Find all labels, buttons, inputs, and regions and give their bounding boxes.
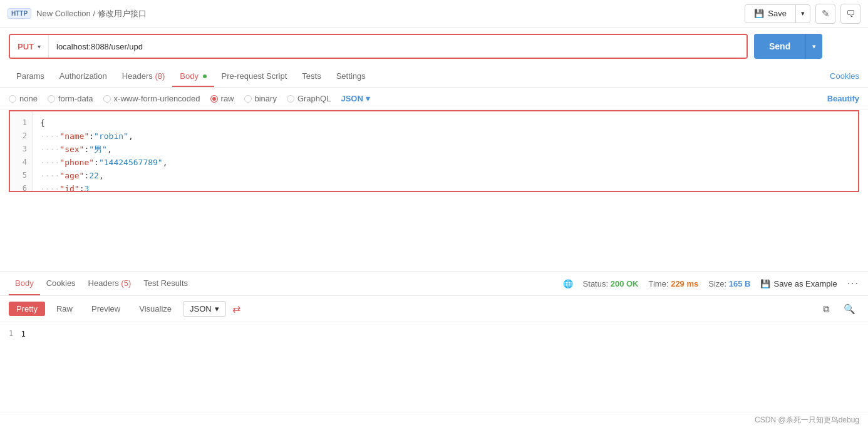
chevron-down-icon: ▾ — [215, 304, 219, 313]
footer: CSDN @杀死一只知更鸟debug — [0, 412, 868, 428]
urlencoded-option[interactable]: x-www-form-urlencoded — [103, 94, 200, 103]
raw-button[interactable]: Raw — [49, 302, 80, 316]
edit-icon-button[interactable]: ✎ — [815, 4, 835, 24]
send-button-group[interactable]: Send ▾ — [754, 34, 822, 59]
request-tabs-bar: Params Authorization Headers (8) Body Pr… — [0, 65, 868, 88]
graphql-option[interactable]: GraphQL — [287, 94, 331, 103]
json-select[interactable]: JSON ▾ — [341, 94, 369, 103]
save-icon: 💾 — [754, 9, 764, 18]
method-label: PUT — [18, 42, 34, 51]
size-value: 165 B — [729, 279, 751, 288]
pretty-button[interactable]: Pretty — [9, 302, 45, 316]
body-dot — [203, 74, 207, 78]
url-input[interactable] — [49, 35, 747, 58]
chevron-down-icon: ▾ — [366, 94, 370, 103]
watermark: CSDN @杀死一只知更鸟debug — [755, 415, 859, 425]
top-bar-left: HTTP New Collection / 修改用户接口 — [8, 8, 147, 19]
more-options-button[interactable]: ··· — [847, 278, 859, 289]
breadcrumb: New Collection / 修改用户接口 — [36, 8, 147, 19]
body-options: none form-data x-www-form-urlencoded raw… — [0, 88, 868, 110]
form-data-option[interactable]: form-data — [48, 94, 93, 103]
tab-settings[interactable]: Settings — [329, 66, 373, 87]
save-label: Save — [768, 9, 787, 18]
response-body-value: 1 — [21, 327, 26, 407]
response-format-bar: Pretty Raw Preview Visualize JSON ▾ ⇄ ⧉ … — [0, 296, 868, 322]
top-bar-right: 💾 Save ▾ ✎ 🗨 — [745, 4, 860, 24]
send-button[interactable]: Send — [754, 34, 805, 59]
form-data-radio[interactable] — [48, 95, 55, 103]
edit-icon: ✎ — [822, 8, 830, 19]
none-option[interactable]: none — [9, 94, 38, 103]
time-text: Time: 229 ms — [649, 279, 699, 288]
status-text: Status: 200 OK — [583, 279, 639, 288]
chevron-down-icon: ▾ — [38, 43, 41, 50]
status-value: 200 OK — [611, 279, 639, 288]
tab-headers[interactable]: Headers (8) — [115, 66, 173, 87]
comment-icon-button[interactable]: 🗨 — [840, 4, 860, 24]
tab-body[interactable]: Body — [172, 66, 214, 87]
raw-option[interactable]: raw — [210, 94, 234, 103]
spacer-area — [0, 192, 868, 272]
code-editor[interactable]: 1 2 3 4 5 6 7 { ····"name":"robin", ····… — [9, 110, 859, 192]
save-button-group[interactable]: 💾 Save ▾ — [745, 4, 810, 23]
preview-button[interactable]: Preview — [84, 302, 128, 316]
response-line-numbers: 1 — [9, 327, 21, 407]
tab-params[interactable]: Params — [9, 66, 52, 87]
visualize-button[interactable]: Visualize — [132, 302, 179, 316]
time-value: 229 ms — [671, 279, 698, 288]
response-tab-test-results[interactable]: Test Results — [137, 272, 194, 295]
response-content: 1 1 — [0, 322, 868, 412]
copy-button[interactable]: ⧉ — [819, 302, 834, 316]
comment-icon: 🗨 — [846, 8, 855, 19]
binary-option[interactable]: binary — [244, 94, 277, 103]
top-bar: HTTP New Collection / 修改用户接口 💾 Save ▾ ✎ … — [0, 0, 868, 28]
response-meta: 🌐 Status: 200 OK Time: 229 ms Size: 165 … — [563, 278, 859, 289]
response-tab-body[interactable]: Body — [9, 272, 40, 295]
response-tab-headers[interactable]: Headers (5) — [82, 272, 138, 295]
globe-icon: 🌐 — [563, 279, 573, 288]
binary-radio[interactable] — [244, 95, 252, 103]
wrap-icon[interactable]: ⇄ — [232, 303, 240, 315]
line-numbers: 1 2 3 4 5 6 7 — [10, 111, 33, 191]
http-badge: HTTP — [8, 8, 31, 19]
response-tab-cookies[interactable]: Cookies — [40, 272, 82, 295]
response-json-select[interactable]: JSON ▾ — [183, 301, 226, 317]
save-icon: 💾 — [760, 279, 770, 288]
tab-pre-request-script[interactable]: Pre-request Script — [214, 66, 295, 87]
method-select[interactable]: PUT ▾ — [10, 35, 49, 58]
save-dropdown-button[interactable]: ▾ — [796, 6, 810, 21]
cookies-link[interactable]: Cookies — [830, 71, 859, 81]
url-bar: PUT ▾ — [9, 34, 748, 59]
url-bar-container: PUT ▾ Send ▾ — [0, 28, 868, 65]
graphql-radio[interactable] — [287, 95, 294, 103]
urlencoded-radio[interactable] — [103, 95, 111, 103]
save-button[interactable]: 💾 Save — [745, 5, 795, 22]
tab-authorization[interactable]: Authorization — [52, 66, 115, 87]
send-dropdown-button[interactable]: ▾ — [805, 34, 822, 59]
response-icons: ⧉ 🔍 — [819, 302, 859, 316]
code-content[interactable]: { ····"name":"robin", ····"sex":"男", ···… — [33, 111, 858, 191]
beautify-link[interactable]: Beautify — [827, 94, 859, 103]
size-text: Size: 165 B — [708, 279, 750, 288]
response-bar: Body Cookies Headers (5) Test Results 🌐 … — [0, 271, 868, 296]
none-radio[interactable] — [9, 95, 16, 103]
raw-radio[interactable] — [210, 95, 218, 103]
tab-tests[interactable]: Tests — [294, 66, 328, 87]
search-button[interactable]: 🔍 — [840, 302, 859, 316]
save-as-example-button[interactable]: 💾 Save as Example — [760, 279, 837, 288]
